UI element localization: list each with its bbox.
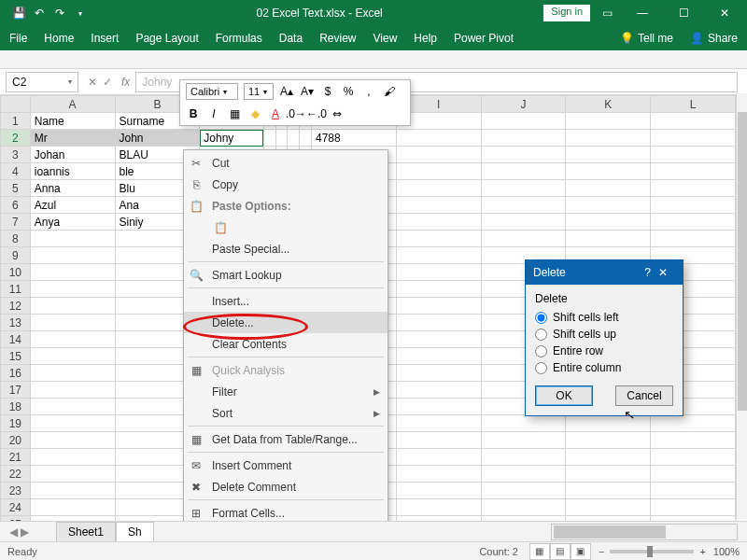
undo-icon[interactable]: ↶ bbox=[32, 6, 47, 21]
increase-decimal-icon[interactable]: .0→ bbox=[289, 106, 303, 121]
menu-paste-default[interactable]: 📋 bbox=[184, 217, 388, 238]
cell[interactable] bbox=[481, 415, 566, 432]
share-button[interactable]: 👤Share bbox=[690, 32, 738, 45]
cell[interactable] bbox=[396, 147, 481, 163]
dialog-close-icon[interactable]: ✕ bbox=[651, 266, 675, 279]
cell[interactable] bbox=[30, 231, 115, 247]
cell[interactable] bbox=[566, 483, 651, 499]
vertical-scrollbar[interactable] bbox=[736, 93, 747, 519]
sheet-tab-sheet1[interactable]: Sheet1 bbox=[56, 522, 116, 542]
bold-icon[interactable]: B bbox=[186, 106, 201, 121]
cell[interactable] bbox=[396, 214, 481, 231]
cell[interactable] bbox=[651, 432, 736, 449]
cell[interactable] bbox=[30, 281, 115, 298]
cell[interactable] bbox=[566, 180, 651, 197]
cell[interactable] bbox=[288, 130, 300, 147]
cell[interactable]: Name bbox=[30, 113, 115, 130]
redo-icon[interactable]: ↷ bbox=[52, 6, 67, 21]
sheet-nav[interactable]: ◀ ▶ bbox=[0, 525, 56, 539]
cell[interactable] bbox=[566, 163, 651, 180]
view-normal-icon[interactable]: ▦ bbox=[529, 543, 550, 560]
cell[interactable]: Johny bbox=[200, 130, 264, 147]
cell[interactable] bbox=[566, 415, 651, 432]
cell[interactable] bbox=[396, 466, 481, 483]
tab-file[interactable]: File bbox=[9, 32, 27, 45]
signin-button[interactable]: Sign in bbox=[543, 5, 590, 21]
restore-icon[interactable]: ☐ bbox=[665, 0, 702, 26]
menu-insert-comment[interactable]: ✉Insert Comment bbox=[184, 455, 388, 476]
cell[interactable] bbox=[396, 281, 481, 298]
zoom-out-icon[interactable]: − bbox=[599, 546, 604, 557]
cell[interactable] bbox=[30, 348, 115, 365]
cell[interactable] bbox=[30, 382, 115, 399]
italic-icon[interactable]: I bbox=[206, 106, 221, 121]
menu-delete-comment[interactable]: ✖Delete Comment bbox=[184, 476, 388, 497]
cell[interactable] bbox=[30, 483, 115, 499]
merge-icon[interactable]: ⇔ bbox=[330, 106, 345, 121]
cell[interactable]: ioannis bbox=[30, 163, 115, 180]
cell[interactable] bbox=[481, 499, 566, 516]
cell[interactable]: John bbox=[115, 130, 200, 147]
cell[interactable] bbox=[566, 499, 651, 516]
cell[interactable] bbox=[263, 130, 275, 147]
cell[interactable]: Azul bbox=[30, 197, 115, 214]
cell[interactable] bbox=[651, 147, 736, 163]
menu-filter[interactable]: Filter▶ bbox=[184, 381, 388, 402]
cell[interactable] bbox=[30, 247, 115, 264]
menu-sort[interactable]: Sort▶ bbox=[184, 402, 388, 424]
cell[interactable] bbox=[481, 180, 566, 197]
format-painter-icon[interactable]: 🖌 bbox=[382, 84, 397, 99]
minimize-icon[interactable]: — bbox=[624, 0, 661, 26]
cell[interactable] bbox=[396, 348, 481, 365]
cell[interactable] bbox=[396, 331, 481, 348]
tab-page-layout[interactable]: Page Layout bbox=[135, 32, 198, 45]
tab-power-pivot[interactable]: Power Pivot bbox=[454, 32, 514, 45]
cell[interactable] bbox=[30, 399, 115, 415]
cell[interactable] bbox=[30, 264, 115, 281]
cell[interactable] bbox=[396, 399, 481, 415]
font-size-combo[interactable]: 11▾ bbox=[244, 83, 274, 100]
cell[interactable] bbox=[651, 231, 736, 247]
font-family-combo[interactable]: Calibri▾ bbox=[186, 83, 238, 100]
qat-dropdown-icon[interactable]: ▾ bbox=[73, 6, 88, 21]
cell[interactable] bbox=[481, 130, 566, 147]
accounting-format-icon[interactable]: $ bbox=[320, 84, 335, 99]
cell[interactable] bbox=[481, 483, 566, 499]
cell[interactable] bbox=[566, 214, 651, 231]
decrease-decimal-icon[interactable]: ←.0 bbox=[309, 106, 324, 121]
cell[interactable] bbox=[396, 499, 481, 516]
fx-icon[interactable]: fx bbox=[121, 76, 130, 89]
cell[interactable] bbox=[30, 499, 115, 516]
cell[interactable] bbox=[651, 466, 736, 483]
cell[interactable] bbox=[30, 365, 115, 382]
option-entire-row[interactable]: Entire row bbox=[535, 343, 673, 359]
menu-paste-special[interactable]: Paste Special... bbox=[184, 238, 388, 259]
cell[interactable] bbox=[566, 130, 651, 147]
dialog-help-icon[interactable]: ? bbox=[644, 266, 651, 279]
tab-formulas[interactable]: Formulas bbox=[216, 32, 262, 45]
font-color-icon[interactable]: A bbox=[268, 106, 283, 121]
cell[interactable]: 4788 bbox=[311, 130, 396, 147]
cell[interactable] bbox=[481, 231, 566, 247]
cell[interactable] bbox=[30, 331, 115, 348]
tab-view[interactable]: View bbox=[374, 32, 398, 45]
cell[interactable] bbox=[396, 197, 481, 214]
cell[interactable] bbox=[566, 231, 651, 247]
cell[interactable] bbox=[651, 180, 736, 197]
cell[interactable] bbox=[651, 415, 736, 432]
cell[interactable] bbox=[396, 315, 481, 331]
comma-format-icon[interactable]: , bbox=[361, 84, 376, 99]
cell[interactable] bbox=[30, 315, 115, 331]
option-entire-column[interactable]: Entire column bbox=[535, 359, 673, 376]
menu-get-data[interactable]: ▦Get Data from Table/Range... bbox=[184, 428, 388, 450]
option-shift-cells-left[interactable]: Shift cells left bbox=[535, 309, 673, 326]
menu-copy[interactable]: ⎘Copy bbox=[184, 174, 388, 195]
cell[interactable] bbox=[566, 466, 651, 483]
tab-data[interactable]: Data bbox=[279, 32, 303, 45]
cell[interactable] bbox=[651, 130, 736, 147]
tab-review[interactable]: Review bbox=[319, 32, 356, 45]
cell[interactable] bbox=[396, 264, 481, 281]
cell[interactable] bbox=[566, 147, 651, 163]
enter-formula-icon[interactable]: ✓ bbox=[103, 76, 112, 89]
cell[interactable] bbox=[651, 214, 736, 231]
